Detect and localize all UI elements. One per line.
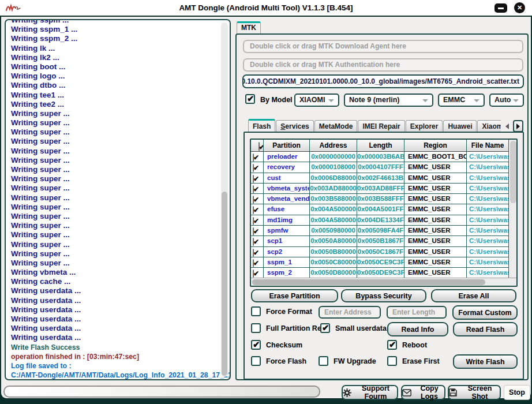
partition-address-cell: 0x0000000000 [310, 152, 357, 162]
partition-row[interactable]: efuse0x004A5000000x004A5001FFEMMC_USERC:… [251, 204, 508, 215]
partition-row[interactable]: vbmeta_vendor0x003B5880000x003B588FFFEMM… [251, 194, 508, 204]
partition-region-cell: EMMC_USER [404, 194, 467, 204]
partition-row[interactable]: sspm_20x0050D800000x0050DE9C3FEMMC_USERC… [251, 268, 508, 278]
partition-row[interactable]: scp10x0050A800000x0050B1867FEMMC_USERC:\… [251, 236, 508, 246]
table-header-file-name: File Name [467, 140, 508, 151]
row-select-cell [251, 215, 264, 225]
partition-row[interactable]: sspm_10x0050C800000x0050CE9C3FEMMC_USERC… [251, 257, 508, 268]
table-header-address: Address [310, 140, 357, 151]
log-scrollbar[interactable] [221, 23, 228, 377]
partition-row-checkbox[interactable] [253, 164, 254, 172]
small-userdata-checkbox[interactable] [320, 323, 330, 333]
close-icon: ✕ [517, 4, 522, 11]
checksum-checkbox[interactable] [251, 340, 261, 350]
partition-length-cell: 0x003AD88FFF [357, 184, 404, 193]
partition-row-checkbox[interactable] [253, 227, 254, 235]
partition-row-checkbox[interactable] [253, 217, 254, 225]
erase-all-button[interactable]: Erase All [431, 289, 516, 302]
partition-row[interactable]: recovery0x00001080000x0004107FFFEMMC_USE… [251, 162, 508, 173]
table-vertical-scrollbar-thumb[interactable] [510, 141, 516, 203]
partition-row-checkbox[interactable] [253, 249, 254, 257]
log-line: Writing tee2 ... [11, 100, 218, 109]
flash-tab-page: PartitionAddressLengthRegionFile Name pr… [243, 132, 524, 380]
storage-dropdown[interactable]: EMMC [438, 93, 485, 107]
scatter-file-field[interactable]: il_images_V12.0.10.0.QCDMIXM_20210101.00… [242, 74, 524, 88]
tab-mtk[interactable]: MTK [237, 21, 261, 34]
partition-row-checkbox[interactable] [253, 238, 254, 246]
partition-file-cell: C:\Users\wasi.. [467, 268, 508, 278]
bypass-security-button[interactable]: Bypass Security [341, 289, 426, 302]
table-horizontal-scrollbar-thumb[interactable] [252, 279, 485, 285]
brand-dropdown[interactable]: XIAOMI [294, 93, 339, 107]
tab-metamode[interactable]: MetaMode [314, 120, 358, 133]
partition-address-cell: 0x003AD88000 [310, 184, 357, 193]
table-vertical-scrollbar[interactable] [508, 140, 516, 278]
model-dropdown[interactable]: Note 9 (merlin) [344, 93, 433, 107]
tab-scroll-left-button[interactable] [503, 120, 511, 132]
partition-file-cell: C:\Users\wasi.. [467, 257, 508, 267]
support-forum-button[interactable]: Support Fourm [342, 385, 398, 400]
force-flash-label: Force Flash [266, 357, 306, 365]
screen-shot-label: Screen Shot [460, 384, 500, 401]
partition-length-cell: 0x005098FA4F [357, 226, 404, 235]
minimize-button[interactable] [494, 3, 507, 13]
tab-imei-repair[interactable]: IMEI Repair [358, 120, 404, 133]
mode-dropdown[interactable]: Auto [489, 93, 524, 107]
copy-logs-button[interactable]: Copy Logs [401, 385, 445, 400]
partition-row[interactable]: vbmeta_system0x003AD880000x003AD88FFFEMM… [251, 184, 508, 194]
log-line: Writing dtbo ... [11, 81, 218, 90]
download-agent-field[interactable]: Double click or drag MTK Download Agent … [243, 40, 523, 53]
partition-address-cell: 0x004A500000 [310, 204, 357, 214]
enter-length-input[interactable] [387, 306, 447, 319]
close-button[interactable]: ✕ [514, 2, 525, 13]
select-all-checkbox[interactable] [258, 142, 260, 151]
partition-row-checkbox[interactable] [253, 185, 254, 193]
read-flash-button[interactable]: Read Flash [453, 322, 518, 336]
partition-row[interactable]: scp20x0050B800000x0050C1867FEMMC_USERC:\… [251, 247, 508, 257]
tab-flash[interactable]: Flash [248, 119, 275, 133]
write-flash-button[interactable]: Write Flash [453, 354, 518, 369]
table-horizontal-scrollbar[interactable] [251, 278, 516, 286]
partition-row-checkbox[interactable] [253, 270, 254, 278]
partition-address-cell: 0x0000108000 [310, 162, 357, 172]
checksum-label: Checksum [266, 341, 302, 349]
partition-row[interactable]: md1img0x004A5800000x004DE1334FEMMC_USERC… [251, 215, 508, 226]
fw-upgrade-label: FW Upgrade [334, 357, 376, 365]
partition-row-checkbox[interactable] [253, 196, 254, 204]
tab-huawei[interactable]: Huawei [443, 120, 477, 133]
partition-region-cell: EMMC_BOOT1_BOOT2 [404, 152, 467, 162]
tab-scroll-right-button[interactable] [513, 120, 523, 132]
force-format-checkbox[interactable] [251, 306, 261, 316]
auth-field[interactable]: Double click or drag MTK Authentication … [243, 58, 523, 72]
full-partition-read-checkbox[interactable] [251, 323, 261, 333]
partition-length-cell: 0x0050C1867F [357, 247, 404, 257]
reboot-checkbox[interactable] [387, 340, 397, 350]
by-model-checkbox[interactable] [245, 94, 255, 104]
partition-length-cell: 0x0050CE9C3F [357, 257, 404, 267]
tab-explorer[interactable]: Explorer [406, 120, 443, 133]
partition-row-checkbox[interactable] [253, 154, 254, 162]
force-flash-checkbox[interactable] [251, 356, 261, 366]
tab-xiaomi[interactable]: Xiaomi [477, 120, 501, 133]
enter-address-input[interactable] [319, 306, 381, 319]
log-line: Writing logo ... [11, 72, 218, 81]
fw-upgrade-checkbox[interactable] [319, 356, 328, 366]
format-custom-button[interactable]: Format Custom [452, 305, 518, 320]
partition-row-checkbox[interactable] [253, 206, 254, 214]
partition-length-cell: 0x004DE1334F [357, 215, 404, 225]
partition-row[interactable]: spmfw0x00509800000x005098FA4FEMMC_USERC:… [251, 226, 508, 236]
tab-services[interactable]: Services [276, 120, 313, 133]
screen-shot-button[interactable]: Screen Shot [448, 385, 501, 400]
partition-row-checkbox[interactable] [253, 259, 254, 267]
stop-button[interactable]: Stop [504, 385, 530, 400]
partition-row[interactable]: preloader0x00000000000x000003B6ABEMMC_BO… [251, 152, 508, 162]
partition-row-checkbox[interactable] [253, 175, 254, 183]
partition-row[interactable]: cust0x0006D880000x002F46613BEMMC_USERC:\… [251, 173, 508, 184]
erase-first-checkbox[interactable] [387, 356, 397, 366]
floppy-save-icon [449, 388, 457, 396]
partition-length-cell: 0x0050DE9C3F [357, 268, 404, 278]
partition-name-cell: efuse [264, 204, 310, 214]
erase-partition-button[interactable]: Erase Partition [251, 289, 338, 302]
read-info-button[interactable]: Read Info [387, 322, 448, 336]
log-scrollbar-thumb[interactable] [222, 192, 227, 376]
